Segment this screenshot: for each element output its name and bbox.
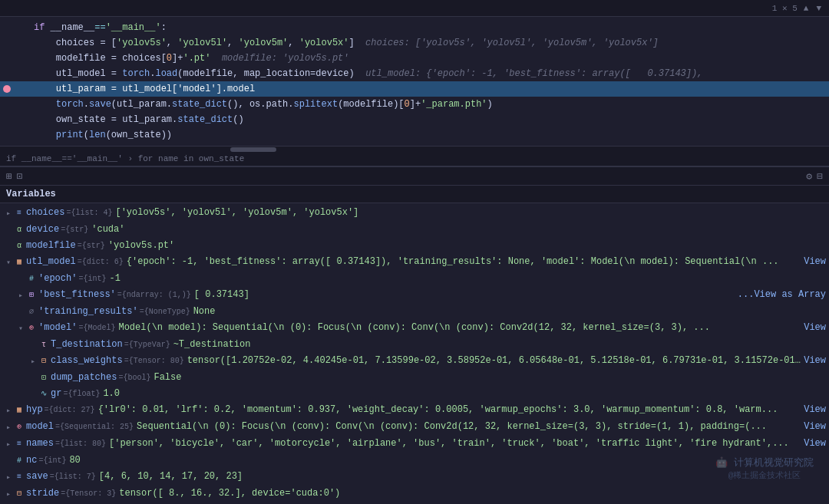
expand-btn[interactable]: ▸ xyxy=(28,354,38,369)
list-item[interactable]: αmodelfile={str} 'yolov5s.pt' xyxy=(0,238,829,254)
var-name: utl_model xyxy=(26,255,76,269)
var-type-icon: ∿ xyxy=(38,387,49,401)
list-item[interactable]: #'epoch'={int} -1 xyxy=(0,271,829,287)
breadcrumb-text: if __name__=='__main__' › for name in ow… xyxy=(6,154,244,163)
var-view-link[interactable]: View xyxy=(804,255,826,269)
var-name: 'training_results' xyxy=(38,305,138,319)
list-item[interactable]: τT_destination={TypeVar} ~T_destination xyxy=(0,337,829,353)
var-name: stride xyxy=(26,486,59,501)
var-type-icon: ∅ xyxy=(26,305,37,319)
var-type-label: ={Model} xyxy=(78,321,115,335)
var-type-icon: α xyxy=(14,239,25,253)
var-value: Model(\n model): Sequential(\n (0): Focu… xyxy=(118,321,801,335)
horizontal-scrollbar[interactable] xyxy=(0,146,829,152)
var-view-link[interactable]: View xyxy=(804,354,826,368)
var-value: {'epoch': -1, 'best_fitness': array([ 0.… xyxy=(127,255,801,269)
expand-btn[interactable]: ▸ xyxy=(15,288,26,303)
var-name: names xyxy=(26,436,54,451)
line-gutter xyxy=(0,97,28,112)
var-value: {'lr0': 0.01, 'lrf': 0.2, 'momentum': 0.… xyxy=(98,403,801,417)
settings-icon[interactable]: ⚙ xyxy=(806,170,812,183)
var-value: None xyxy=(193,305,826,319)
expand-btn[interactable]: ▸ xyxy=(3,470,14,485)
code-line[interactable]: modelfile = choices[0]+'.pt' modelfile: … xyxy=(0,51,829,66)
var-type-icon: ⊕ xyxy=(26,321,37,335)
line-content: print(len(own_state)) xyxy=(28,127,829,143)
var-view-link[interactable]: View xyxy=(804,420,826,434)
var-name: dump_patches xyxy=(51,371,117,385)
var-name: save xyxy=(26,469,48,484)
var-value: tensor([1.20752e-02, 4.40245e-01, 7.1359… xyxy=(187,354,801,368)
var-view-link[interactable]: View xyxy=(804,321,826,335)
code-line[interactable]: own_state = utl_param.state_dict() xyxy=(0,112,829,127)
code-line[interactable]: print(len(own_state)) xyxy=(0,127,829,143)
code-lines: if __name__=='__main__': choices = ['yol… xyxy=(0,17,829,146)
collapse-icon[interactable]: ⊟ xyxy=(817,170,823,183)
expand-icon[interactable]: ⊡ xyxy=(17,170,23,183)
code-line[interactable]: choices = ['yolov5s', 'yolov5l', 'yolov5… xyxy=(0,35,829,51)
var-name: 'best_fitness' xyxy=(38,288,116,302)
list-item[interactable]: #nc={int} 80 xyxy=(0,453,829,469)
var-type-label: ={str} xyxy=(78,239,105,253)
arrow-down-btn[interactable]: ▼ xyxy=(814,4,823,13)
var-type-label: ={Sequential: 25} xyxy=(55,420,134,434)
expand-btn[interactable]: ▸ xyxy=(3,420,14,435)
code-line[interactable]: utl_model = torch.load(modelfile, map_lo… xyxy=(0,66,829,81)
var-view-link[interactable]: View xyxy=(804,436,826,451)
line-content: choices = ['yolov5s', 'yolov5l', 'yolov5… xyxy=(28,35,829,51)
variables-list[interactable]: ▸≡choices={list: 4} ['yolov5s', 'yolov5l… xyxy=(0,203,829,504)
list-item[interactable]: ▸⊟stride={Tensor: 3} tensor([ 8., 16., 3… xyxy=(0,486,829,502)
expand-btn[interactable]: ▸ xyxy=(3,404,14,418)
var-type-label: ={list: 80} xyxy=(55,436,106,451)
expand-btn[interactable]: ▾ xyxy=(15,321,26,336)
list-item[interactable]: ▸≡choices={list: 4} ['yolov5s', 'yolov5l… xyxy=(0,205,829,222)
var-view-link[interactable]: View xyxy=(804,403,826,417)
line-gutter xyxy=(0,35,28,51)
list-item[interactable]: ▸▦hyp={dict: 27} {'lr0': 0.01, 'lrf': 0.… xyxy=(0,402,829,419)
list-item[interactable]: ▸⊕model={Sequential: 25} Sequential(\n (… xyxy=(0,419,829,436)
line-gutter xyxy=(0,127,28,143)
expand-btn[interactable]: ▸ xyxy=(3,437,14,452)
var-view-link[interactable]: ...View as Array xyxy=(738,288,826,302)
list-item[interactable]: ▾⊕'model'={Model} Model(\n model): Seque… xyxy=(0,320,829,337)
var-name: 'model' xyxy=(38,321,77,335)
expand-btn[interactable]: ▾ xyxy=(3,255,14,270)
var-value: -1 xyxy=(109,272,826,286)
var-type-icon: ≡ xyxy=(14,469,25,484)
code-line[interactable]: torch.save(utl_param.state_dict(), os.pa… xyxy=(0,97,829,112)
breakpoint-dot[interactable] xyxy=(3,85,11,93)
var-type-icon: τ xyxy=(38,338,49,352)
var-type-label: ={str} xyxy=(61,222,88,237)
var-value: ['yolov5s', 'yolov5l', 'yolov5m', 'yolov… xyxy=(115,206,826,220)
var-type-label: ={int} xyxy=(38,453,66,468)
var-type-icon: α xyxy=(14,222,25,237)
code-line[interactable]: utl_param = utl_model['model'].model xyxy=(0,81,829,97)
expand-btn[interactable]: ▸ xyxy=(3,206,14,221)
arrow-up-btn[interactable]: ▲ xyxy=(802,4,811,13)
expand-btn[interactable]: ▸ xyxy=(3,487,14,502)
code-line[interactable]: if __name__=='__main__': xyxy=(0,20,829,35)
list-item[interactable]: ▸≡save={list: 7} [4, 6, 10, 14, 17, 20, … xyxy=(0,469,829,486)
list-item[interactable]: ∿gr={float} 1.0 xyxy=(0,386,829,402)
var-type-icon: # xyxy=(26,272,37,286)
line-gutter xyxy=(0,81,28,97)
list-item[interactable]: ▸⊞'best_fitness'={ndarray: (1,)} [ 0.371… xyxy=(0,287,829,304)
list-item[interactable]: ▾▦utl_model={dict: 6} {'epoch': -1, 'bes… xyxy=(0,254,829,271)
list-item[interactable]: ∅'training_results'={NoneType} None xyxy=(0,304,829,320)
var-name: 'epoch' xyxy=(38,272,77,286)
var-value: Sequential(\n (0): Focus(\n (conv): Conv… xyxy=(137,420,801,434)
list-item[interactable]: ▸⊟class_weights={Tensor: 80} tensor([1.2… xyxy=(0,353,829,370)
var-type-label: ={TypeVar} xyxy=(124,338,170,352)
var-type-icon: ▦ xyxy=(14,255,25,269)
var-name: choices xyxy=(26,206,64,220)
panel-right-icons: ⚙ ⊟ xyxy=(806,170,823,183)
var-value: [4, 6, 10, 14, 17, 20, 23] xyxy=(99,469,826,484)
list-item[interactable]: ⊡dump_patches={bool} False xyxy=(0,370,829,386)
var-type-icon: # xyxy=(14,453,25,468)
table-icon[interactable]: ⊞ xyxy=(6,170,12,183)
list-item[interactable]: αdevice={str} 'cuda' xyxy=(0,222,829,238)
list-item[interactable]: ▸≡names={list: 80} ['person', 'bicycle',… xyxy=(0,436,829,453)
var-type-icon: ⊟ xyxy=(38,354,49,368)
var-type-icon: ≡ xyxy=(14,206,25,220)
var-type-label: ={ndarray: (1,)} xyxy=(117,288,191,302)
